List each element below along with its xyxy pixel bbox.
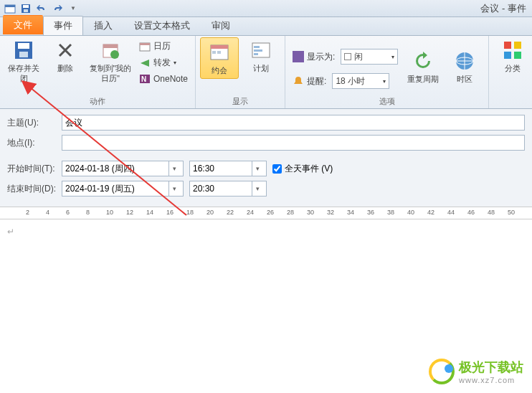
svg-rect-20 — [254, 46, 260, 48]
start-date-input[interactable]: 2024-01-18 (周四)▾ — [62, 161, 184, 176]
recurrence-button[interactable]: 重复周期 — [404, 48, 442, 84]
timezone-button[interactable]: 时区 — [445, 48, 484, 84]
calendar-icon[interactable] — [3, 1, 17, 16]
forward-button[interactable]: 转发 ▾ — [136, 55, 191, 70]
calendar-button[interactable]: 日历 — [136, 39, 191, 54]
tab-review[interactable]: 审阅 — [201, 16, 241, 35]
tab-event[interactable]: 事件 — [43, 16, 83, 35]
ruler: // ruler ticks generated below 246810121… — [0, 207, 532, 219]
appointment-button[interactable]: 约会 — [200, 37, 239, 79]
group-actions: 保存并关闭 删除 复制到"我的日历" 日历 转发 ▾ NOneNote 动作 — [0, 36, 196, 108]
save-icon[interactable] — [19, 1, 33, 16]
end-date-input[interactable]: 2024-01-19 (周五)▾ — [62, 181, 184, 196]
svg-rect-28 — [504, 52, 511, 59]
group-options: 显示为: 闲 ▾ 提醒: 18 小时▾ 重复周期 — [285, 36, 489, 108]
svg-rect-9 — [103, 44, 118, 48]
categorize-button[interactable]: 分类 — [493, 37, 532, 73]
svg-text:N: N — [141, 75, 146, 83]
svg-rect-27 — [514, 42, 521, 49]
reminder-row: 提醒: 18 小时▾ — [290, 72, 401, 90]
redo-icon[interactable] — [50, 1, 65, 16]
qat-dropdown-icon[interactable]: ▼ — [66, 1, 80, 16]
watermark-logo-icon — [429, 359, 455, 384]
start-label: 开始时间(T): — [7, 163, 56, 175]
editor-body[interactable]: ↵ — [0, 219, 532, 363]
form-area: 主题(U): 地点(I): 开始时间(T): 2024-01-18 (周四)▾ … — [0, 109, 532, 207]
undo-icon[interactable] — [34, 1, 49, 16]
end-label: 结束时间(D): — [7, 183, 56, 195]
watermark: 极光下载站 www.xz7.com — [429, 359, 523, 384]
svg-rect-21 — [254, 49, 262, 52]
delete-button[interactable]: 删除 — [46, 37, 85, 73]
onenote-button[interactable]: NOneNote — [136, 72, 191, 86]
copy-to-calendar-button[interactable]: 复制到"我的日历" — [87, 37, 133, 83]
svg-point-10 — [110, 50, 119, 59]
ribbon-tabs: 文件 事件 插入 设置文本格式 审阅 — [0, 17, 532, 36]
group-tags: 分类 私密 !重要性 - ↓重要性 - 标记 — [489, 36, 532, 108]
svg-rect-17 — [212, 51, 216, 54]
svg-rect-29 — [514, 52, 521, 59]
svg-rect-12 — [140, 43, 150, 45]
subject-input[interactable] — [62, 115, 525, 131]
save-and-close-button[interactable]: 保存并关闭 — [4, 37, 43, 83]
svg-rect-7 — [19, 52, 28, 57]
allday-checkbox[interactable]: 全天事件 (V) — [272, 163, 333, 175]
show-as-icon — [293, 51, 304, 62]
tab-insert[interactable]: 插入 — [83, 16, 123, 35]
svg-rect-3 — [23, 5, 29, 8]
window-title: 会议 - 事件 — [480, 2, 526, 15]
reminder-select[interactable]: 18 小时▾ — [332, 73, 389, 89]
svg-rect-16 — [211, 45, 228, 49]
tab-file[interactable]: 文件 — [3, 15, 43, 34]
location-label: 地点(I): — [7, 137, 56, 149]
quick-access-toolbar: ▼ — [0, 1, 83, 16]
show-as-select[interactable]: 闲 ▾ — [341, 49, 398, 65]
title-bar: ▼ 会议 - 事件 — [0, 0, 532, 17]
svg-rect-23 — [293, 51, 304, 62]
svg-rect-6 — [18, 43, 29, 49]
start-time-input[interactable]: 16:30▾ — [189, 161, 267, 176]
tab-format[interactable]: 设置文本格式 — [123, 16, 201, 35]
svg-rect-26 — [504, 42, 511, 49]
subject-label: 主题(U): — [7, 117, 56, 129]
bell-icon — [293, 75, 304, 87]
ribbon: 保存并关闭 删除 复制到"我的日历" 日历 转发 ▾ NOneNote 动作 约… — [0, 36, 532, 109]
group-show: 约会 计划 显示 — [196, 36, 285, 108]
plan-button[interactable]: 计划 — [242, 37, 280, 73]
svg-rect-4 — [24, 9, 28, 12]
svg-rect-22 — [254, 53, 258, 55]
svg-rect-1 — [5, 5, 15, 7]
location-input[interactable] — [62, 135, 525, 151]
svg-rect-18 — [217, 51, 221, 54]
show-as-row: 显示为: 闲 ▾ — [290, 47, 401, 66]
end-time-input[interactable]: 20:30▾ — [189, 181, 267, 196]
